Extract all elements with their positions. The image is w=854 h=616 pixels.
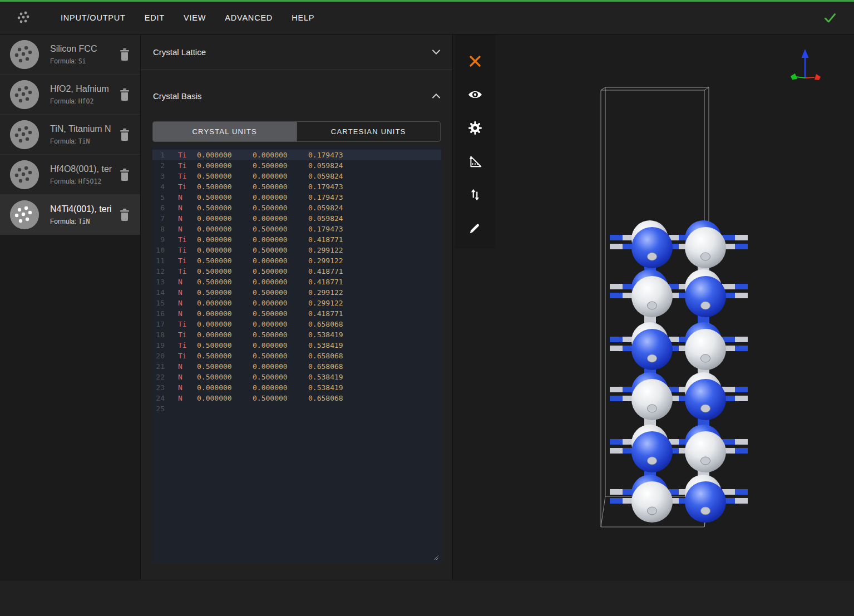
bond — [735, 284, 748, 289]
basis-line: 20Ti0.5000000.5000000.658068 — [152, 351, 441, 361]
atom-sphere-Ti[interactable] — [631, 481, 673, 523]
bond — [610, 235, 623, 240]
crystal-basis-editor[interactable]: 1Ti0.0000000.0000000.1794732Ti0.0000000.… — [152, 145, 441, 563]
atom-sphere-N[interactable] — [631, 431, 673, 472]
atom-sphere-Ti[interactable] — [631, 276, 673, 317]
front-bond-stub — [701, 302, 710, 309]
bond — [735, 489, 748, 495]
basis-line: 12Ti0.5000000.5000000.418771 — [152, 266, 441, 277]
bond — [735, 439, 748, 445]
basis-line: 6N0.5000000.5000000.059824 — [152, 203, 441, 213]
menu-advanced[interactable]: ADVANCED — [215, 8, 282, 28]
section-title: Crystal Lattice — [153, 47, 206, 57]
atom-sphere-Ti[interactable] — [685, 329, 726, 370]
bond — [610, 498, 623, 504]
delete-icon[interactable] — [119, 168, 130, 181]
unit-cell-edge — [601, 496, 605, 527]
material-avatar-icon — [10, 80, 39, 109]
menu-view[interactable]: VIEW — [174, 8, 215, 28]
material-avatar-icon — [10, 40, 39, 69]
settings-icon — [468, 121, 482, 135]
crystal-lattice-section-header[interactable]: Crystal Lattice — [141, 35, 452, 70]
sidebar-item-hf4o8-001[interactable]: Hf4O8(001), ter Formula: Hf5O12 — [0, 155, 140, 195]
basis-line: 5N0.5000000.0000000.179473 — [152, 192, 441, 203]
material-title: HfO2, Hafnium — [50, 84, 117, 94]
app-logo-icon — [16, 9, 32, 26]
material-formula: Formula: Si — [50, 57, 117, 65]
menu-input-output[interactable]: INPUT/OUTPUT — [51, 8, 135, 28]
sidebar-item-tin[interactable]: TiN, Titanium N Formula: TiN — [0, 115, 140, 155]
material-avatar-icon — [10, 160, 39, 189]
bond — [735, 235, 748, 240]
atom-sphere-Ti[interactable] — [685, 431, 726, 472]
material-formula: Formula: TiN — [50, 137, 117, 145]
bond — [610, 489, 623, 495]
atom-sphere-N[interactable] — [631, 227, 673, 268]
tab-cartesian-units[interactable]: CARTESIAN UNITS — [297, 122, 441, 141]
close-button[interactable] — [463, 49, 487, 73]
atom-sphere-Ti[interactable] — [685, 227, 726, 268]
measure-button[interactable] — [463, 149, 487, 174]
basis-line: 18Ti0.0000000.5000000.538419 — [152, 329, 441, 340]
atom-sphere-N[interactable] — [685, 379, 726, 420]
bond — [610, 293, 623, 298]
delete-icon[interactable] — [119, 208, 130, 221]
bond — [735, 346, 748, 351]
measure-icon — [468, 154, 482, 169]
bond — [735, 387, 748, 392]
resize-handle-icon[interactable] — [432, 554, 439, 560]
sidebar-item-n4ti4-001[interactable]: N4Ti4(001), teri Formula: TiN — [0, 195, 140, 235]
bond — [610, 337, 623, 342]
menu-bar: INPUT/OUTPUT EDIT VIEW ADVANCED HELP — [0, 2, 854, 35]
basis-line: 9Ti0.0000000.0000000.418771 — [152, 234, 441, 245]
atom-sphere-N[interactable] — [631, 329, 673, 370]
x-axis-arrow — [814, 74, 821, 80]
axes-gizmo[interactable] — [788, 46, 825, 86]
crystal-basis-section-header[interactable]: Crystal Basis — [141, 70, 452, 121]
sidebar-item-hfo2[interactable]: HfO2, Hafnium Formula: HfO2 — [0, 75, 140, 115]
delete-icon[interactable] — [119, 128, 130, 141]
front-bond-stub — [648, 354, 657, 362]
menu-edit[interactable]: EDIT — [135, 8, 174, 28]
crystal-structure-canvas[interactable] — [453, 35, 854, 580]
atom-sphere-N[interactable] — [685, 276, 726, 317]
front-bond-stub — [701, 457, 710, 465]
material-avatar-icon — [10, 200, 39, 229]
material-formula: Formula: Hf5O12 — [50, 178, 117, 185]
basis-line: 19Ti0.5000000.0000000.538419 — [152, 340, 441, 351]
bond — [735, 337, 748, 342]
atom-sphere-N[interactable] — [685, 481, 726, 523]
front-bond-stub — [701, 354, 710, 362]
basis-line: 22N0.5000000.5000000.538419 — [152, 372, 441, 382]
delete-icon[interactable] — [119, 48, 130, 61]
front-bond-stub — [648, 405, 657, 412]
unit-cell-edge — [704, 87, 709, 90]
delete-icon[interactable] — [119, 88, 130, 101]
atom-sphere-Ti[interactable] — [631, 379, 673, 420]
materials-3d-viewer[interactable] — [453, 35, 854, 580]
bond — [735, 244, 748, 249]
basis-line: 21N0.5000000.0000000.658068 — [152, 361, 441, 372]
settings-button[interactable] — [463, 116, 487, 140]
close-icon — [469, 55, 481, 67]
bond — [610, 439, 623, 445]
bond — [735, 448, 748, 454]
y-axis-arrow — [791, 73, 797, 80]
units-tabs: CRYSTAL UNITS CARTESIAN UNITS — [152, 121, 441, 142]
bond — [610, 396, 623, 401]
basis-line: 16N0.0000000.5000000.418771 — [152, 308, 441, 319]
visibility-button[interactable] — [463, 82, 487, 107]
menu-help[interactable]: HELP — [282, 8, 324, 28]
edit-button[interactable] — [463, 216, 487, 240]
material-avatar-icon — [10, 120, 39, 149]
footer-bar — [0, 580, 854, 616]
bond — [610, 244, 623, 249]
sidebar-item-silicon-fcc[interactable]: Silicon FCC Formula: Si — [0, 35, 140, 75]
material-title: TiN, Titanium N — [50, 124, 117, 134]
tab-crystal-units[interactable]: CRYSTAL UNITS — [153, 122, 297, 141]
viewer-toolbar — [455, 35, 495, 249]
front-bond-stub — [648, 507, 657, 515]
front-bond-stub — [648, 302, 657, 309]
confirm-check-button[interactable] — [822, 9, 838, 26]
swap-vertical-button[interactable] — [463, 183, 487, 207]
